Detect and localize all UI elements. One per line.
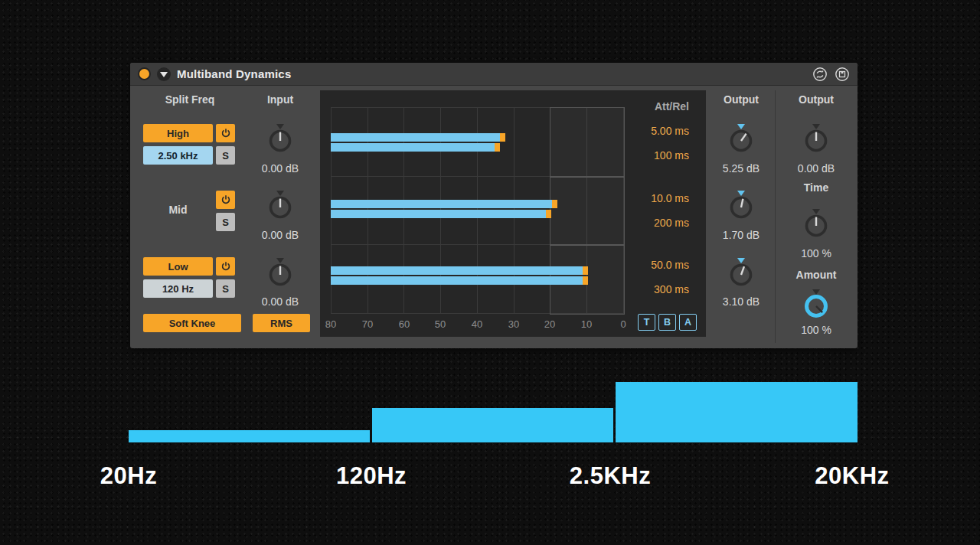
threshold-zone-high[interactable] bbox=[550, 107, 625, 178]
freq-band-bar-high bbox=[616, 382, 858, 442]
output-gain-knob-low[interactable] bbox=[723, 257, 760, 288]
amount-label: Amount bbox=[786, 269, 847, 281]
freq-label-120hz: 120Hz bbox=[336, 462, 407, 490]
release-value-mid[interactable]: 200 ms bbox=[612, 217, 689, 229]
low-band-power-button[interactable] bbox=[216, 257, 235, 276]
mid-band-label: Mid bbox=[143, 201, 213, 219]
amount-value[interactable]: 100 % bbox=[786, 324, 847, 336]
axis-tick: 50 bbox=[428, 318, 452, 330]
output-gain-knob-high[interactable] bbox=[723, 123, 760, 154]
threshold-zone-mid[interactable] bbox=[550, 176, 625, 246]
high-solo-button[interactable]: S bbox=[216, 146, 235, 165]
section-divider bbox=[775, 90, 776, 343]
input-gain-value-high[interactable]: 0.00 dB bbox=[250, 162, 311, 175]
low-solo-button[interactable]: S bbox=[216, 279, 235, 298]
axis-tick: 40 bbox=[465, 318, 489, 330]
low-band-button[interactable]: Low bbox=[143, 257, 213, 276]
input-gain-knob-high[interactable] bbox=[262, 123, 299, 154]
low-crossover-freq-field[interactable]: 120 Hz bbox=[143, 279, 213, 298]
power-icon bbox=[220, 194, 231, 205]
power-icon bbox=[220, 261, 231, 272]
high-crossover-freq-field[interactable]: 2.50 kHz bbox=[143, 146, 213, 165]
level-meter-high-1 bbox=[331, 133, 505, 142]
gain-tip bbox=[583, 266, 588, 275]
dynamics-display[interactable]: 80 70 60 50 40 30 20 10 0 Att/Rel 5.00 m… bbox=[320, 90, 706, 337]
gain-tip bbox=[583, 276, 588, 285]
above-view-button[interactable]: A bbox=[679, 314, 697, 331]
desktop-background: Multiband Dynamics Split Freq High bbox=[0, 0, 980, 545]
soft-knee-button[interactable]: Soft Knee bbox=[143, 314, 241, 332]
level-meter-high-2 bbox=[331, 143, 500, 152]
time-view-button[interactable]: T bbox=[638, 314, 655, 331]
axis-tick: 10 bbox=[574, 318, 599, 330]
mid-solo-button[interactable]: S bbox=[216, 213, 235, 231]
output-gain-knob-mid[interactable] bbox=[723, 190, 760, 220]
save-preset-icon[interactable] bbox=[835, 67, 850, 82]
axis-tick: 80 bbox=[318, 318, 343, 330]
axis-tick: 0 bbox=[611, 318, 635, 330]
freq-label-20hz: 20Hz bbox=[100, 462, 157, 490]
split-freq-header: Split Freq bbox=[136, 93, 243, 106]
freq-band-bar-mid bbox=[372, 408, 613, 442]
output-gain-value-low[interactable]: 3.10 dB bbox=[710, 295, 772, 308]
device-activator-icon[interactable] bbox=[138, 67, 151, 80]
global-output-header: Output bbox=[786, 93, 847, 106]
gain-tip bbox=[500, 133, 505, 142]
level-meter-low-2 bbox=[331, 276, 588, 285]
attack-value-high[interactable]: 5.00 ms bbox=[612, 125, 689, 137]
gain-tip bbox=[546, 210, 551, 218]
master-output-value[interactable]: 0.00 dB bbox=[786, 162, 847, 175]
input-gain-value-mid[interactable]: 0.00 dB bbox=[250, 229, 311, 241]
axis-tick: 20 bbox=[537, 318, 562, 330]
input-gain-value-low[interactable]: 0.00 dB bbox=[250, 295, 311, 308]
att-rel-header: Att/Rel bbox=[612, 100, 689, 113]
input-gain-knob-low[interactable] bbox=[262, 257, 299, 288]
high-band-button[interactable]: High bbox=[143, 124, 213, 142]
high-band-power-button[interactable] bbox=[216, 124, 235, 142]
gain-tip bbox=[495, 143, 500, 152]
input-gain-knob-mid[interactable] bbox=[262, 190, 299, 220]
time-value[interactable]: 100 % bbox=[786, 247, 847, 259]
band-output-header: Output bbox=[710, 93, 772, 106]
freq-label-2-5khz: 2.5KHz bbox=[570, 462, 651, 490]
level-meter-low-1 bbox=[331, 266, 588, 275]
axis-tick: 30 bbox=[501, 318, 526, 330]
power-icon bbox=[220, 128, 231, 139]
attack-value-low[interactable]: 50.0 ms bbox=[612, 259, 689, 271]
master-output-knob[interactable] bbox=[798, 123, 835, 154]
input-header: Input bbox=[250, 93, 311, 106]
axis-tick: 60 bbox=[392, 318, 416, 330]
gain-tip bbox=[552, 200, 557, 208]
amount-knob[interactable] bbox=[798, 289, 835, 319]
freq-label-20khz: 20KHz bbox=[815, 462, 889, 490]
hot-swap-icon[interactable] bbox=[812, 67, 828, 82]
multiband-dynamics-device: Multiband Dynamics Split Freq High bbox=[130, 63, 858, 348]
release-value-low[interactable]: 300 ms bbox=[612, 283, 689, 295]
output-gain-value-mid[interactable]: 1.70 dB bbox=[710, 229, 772, 241]
attack-value-mid[interactable]: 10.0 ms bbox=[612, 192, 689, 204]
fold-device-button[interactable] bbox=[157, 67, 171, 81]
freq-band-bar-low bbox=[129, 430, 370, 442]
below-view-button[interactable]: B bbox=[658, 314, 676, 331]
level-meter-mid-2 bbox=[331, 210, 551, 218]
chevron-down-icon bbox=[160, 72, 168, 77]
rms-button[interactable]: RMS bbox=[253, 314, 310, 332]
time-knob[interactable] bbox=[798, 208, 835, 239]
level-meter-mid-1 bbox=[331, 200, 557, 208]
mid-band-power-button[interactable] bbox=[216, 191, 235, 209]
device-title-bar: Multiband Dynamics bbox=[130, 63, 858, 86]
axis-tick: 70 bbox=[355, 318, 380, 330]
output-gain-value-high[interactable]: 5.25 dB bbox=[710, 162, 772, 175]
time-label: Time bbox=[786, 181, 847, 194]
release-value-high[interactable]: 100 ms bbox=[612, 149, 689, 162]
device-title: Multiband Dynamics bbox=[177, 67, 291, 80]
